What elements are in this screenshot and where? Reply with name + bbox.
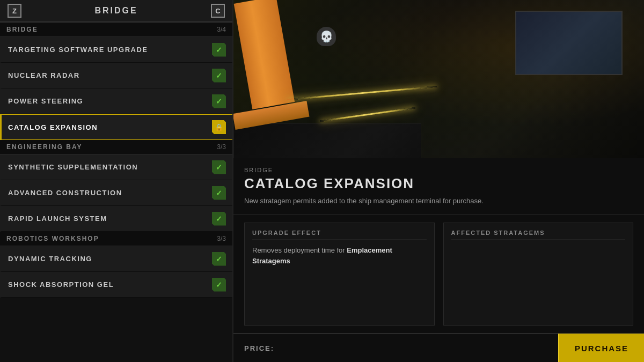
detail-info-panel: BRIDGE CATALOG EXPANSION New stratagem p… xyxy=(233,158,644,215)
key-c[interactable]: C xyxy=(211,4,225,18)
glow-line-main xyxy=(287,86,437,100)
lock-icon xyxy=(212,120,226,134)
section-engineering-label: ENGINEERING BAY xyxy=(6,143,83,151)
item-dynamic-tracking[interactable]: DYNAMIC TRACKING xyxy=(0,246,232,272)
item-label: RAPID LAUNCH SYSTEM xyxy=(8,215,107,223)
purchase-button[interactable]: PURCHASE xyxy=(558,334,644,362)
item-advanced-construction[interactable]: ADVANCED CONSTRUCTION xyxy=(0,180,232,206)
section-bridge-header: BRIDGE 3/4 xyxy=(0,23,232,37)
check-icon xyxy=(212,212,226,226)
section-robotics-count: 3/3 xyxy=(217,235,226,242)
upgrade-effect-text-normal: Removes deployment time for xyxy=(252,246,347,254)
item-label: SYNTHETIC SUPPLEMENTATION xyxy=(8,163,138,171)
item-label: SHOCK ABSORPTION GEL xyxy=(8,280,114,289)
check-icon xyxy=(212,69,226,83)
upgrade-effect-content: Removes deployment time for Emplacement … xyxy=(252,245,427,266)
affected-stratagems-label: AFFECTED STRATAGEMS xyxy=(451,230,626,240)
price-label: PRICE: xyxy=(244,344,274,352)
item-nuclear-radar[interactable]: NUCLEAR RADAR xyxy=(0,63,232,88)
check-icon xyxy=(212,94,226,108)
section-engineering-header: ENGINEERING BAY 3/3 xyxy=(0,140,232,154)
item-label: DYNAMIC TRACKING xyxy=(8,255,92,263)
detail-name: CATALOG EXPANSION xyxy=(244,175,633,192)
check-icon xyxy=(212,160,226,174)
item-label: ADVANCED CONSTRUCTION xyxy=(8,189,122,197)
window-area xyxy=(515,11,623,75)
ship-scene: 💀 xyxy=(233,0,644,158)
item-targeting-software-upgrade[interactable]: TARGETING SOFTWARE UPGRADE xyxy=(0,37,232,63)
check-icon xyxy=(212,43,226,57)
section-engineering-count: 3/3 xyxy=(217,143,226,151)
item-rapid-launch-system[interactable]: RAPID LAUNCH SYSTEM xyxy=(0,206,232,232)
item-catalog-expansion[interactable]: CATALOG EXPANSION xyxy=(0,114,232,140)
item-label: POWER STEERING xyxy=(8,97,83,105)
item-label: CATALOG EXPANSION xyxy=(8,123,98,131)
glow-line-secondary xyxy=(320,107,416,122)
interior-panel xyxy=(233,123,421,158)
preview-image: 💀 xyxy=(233,0,644,158)
left-panel: Z BRIDGE C BRIDGE 3/4 TARGETING SOFTWARE… xyxy=(0,0,233,362)
check-icon xyxy=(212,186,226,200)
item-label: NUCLEAR RADAR xyxy=(8,71,80,79)
section-robotics-header: ROBOTICS WORKSHOP 3/3 xyxy=(0,232,232,246)
header-bar: Z BRIDGE C xyxy=(0,0,232,23)
item-synthetic-supplementation[interactable]: SYNTHETIC SUPPLEMENTATION xyxy=(0,154,232,180)
details-row: UPGRADE EFFECT Removes deployment time f… xyxy=(233,215,644,333)
item-shock-absorption-gel[interactable]: SHOCK ABSORPTION GEL xyxy=(0,272,232,298)
section-robotics-label: ROBOTICS WORKSHOP xyxy=(6,235,99,242)
upgrade-effect-label: UPGRADE EFFECT xyxy=(252,230,427,240)
upgrade-effect-box: UPGRADE EFFECT Removes deployment time f… xyxy=(244,223,435,326)
section-bridge-label: BRIDGE xyxy=(6,26,38,33)
item-label: TARGETING SOFTWARE UPGRADE xyxy=(8,46,148,54)
key-z[interactable]: Z xyxy=(8,4,21,18)
header-title: BRIDGE xyxy=(94,6,137,16)
right-panel: 💀 BRIDGE CATALOG EXPANSION New stratagem… xyxy=(233,0,644,362)
affected-stratagems-box: AFFECTED STRATAGEMS xyxy=(443,223,634,326)
check-icon xyxy=(212,278,226,292)
arm-structure xyxy=(234,0,295,109)
price-section: PRICE: xyxy=(233,344,558,352)
section-bridge-count: 3/4 xyxy=(217,26,226,33)
check-icon xyxy=(212,252,226,266)
footer-bar: PRICE: PURCHASE xyxy=(233,333,644,362)
detail-category: BRIDGE xyxy=(244,167,633,173)
upgrade-list: BRIDGE 3/4 TARGETING SOFTWARE UPGRADE NU… xyxy=(0,23,232,362)
skull-icon: 💀 xyxy=(317,27,336,46)
item-power-steering[interactable]: POWER STEERING xyxy=(0,88,232,114)
detail-description: New stratagem permits added to the ship … xyxy=(244,196,633,206)
